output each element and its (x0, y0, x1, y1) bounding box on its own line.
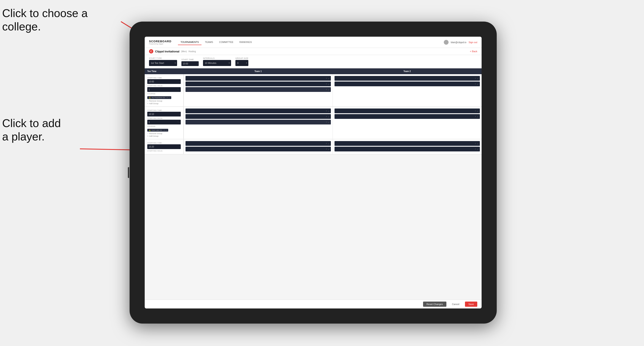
course-remove-1[interactable]: × (167, 97, 168, 99)
remove-group-1[interactable]: ○ Remove Group (147, 100, 181, 102)
starting-hole-input-2[interactable] (147, 120, 181, 125)
course-name-1: (A) Peachtree GC (152, 97, 166, 99)
team2-slot2-row3[interactable]: × ⌄ (334, 147, 480, 152)
start-time-wrapper (182, 61, 199, 66)
intervals-wrapper: 10 Minutes 8 Minutes 12 Minutes (203, 60, 231, 66)
slot-add-icon[interactable]: ⌄ (328, 77, 330, 79)
team1-col-1: × ⌄ × ⌄ × ⌄ (184, 74, 332, 106)
tee-left-2: STARTING TIME: STARTING HOLE: COURSE: ⛳ … (145, 107, 184, 139)
side-button[interactable] (128, 167, 129, 178)
r2-t1-add2[interactable]: ⌄ (328, 115, 330, 118)
team2-slot2-row2[interactable]: × ⌄ (334, 114, 480, 119)
back-button[interactable]: < Back (470, 50, 477, 53)
team1-col-3: × ⌄ × ⌄ (184, 139, 332, 154)
add-icon-2: + (147, 135, 148, 137)
starting-time-label-1: STARTING TIME: (147, 77, 181, 79)
slot-x-icon[interactable]: × (326, 77, 327, 79)
course-expand-1[interactable]: ⌄ (168, 97, 170, 99)
add-group-label-1: Add Group (149, 102, 158, 105)
tee-right-1: × ⌄ × ⌄ × ⌄ × (184, 74, 482, 106)
team1-slot1-row2[interactable]: × ⌄ (186, 109, 331, 113)
nav-links: TOURNAMENTS TEAMS COMMITTEE RANKINGS (178, 39, 444, 45)
team1-slot2-row1[interactable]: × ⌄ (186, 82, 331, 86)
add-group-2[interactable]: + Add Group (147, 135, 181, 137)
course-remove-2[interactable]: × (164, 129, 165, 131)
team2-slot-add-2[interactable]: ⌄ (477, 83, 478, 85)
team2-slot1-row1[interactable]: × ⌄ (334, 76, 480, 81)
team1-slot3-row1[interactable]: × ⌄ (186, 87, 331, 92)
start-time-input[interactable] (182, 61, 199, 66)
group-size-select[interactable]: 3 4 2 (236, 60, 248, 66)
r3-t1-add1[interactable]: ⌄ (328, 142, 330, 145)
team1-slot1-row3[interactable]: × ⌄ (186, 141, 331, 146)
course-label-2: COURSE: (147, 125, 181, 127)
team2-slot-add-1[interactable]: ⌄ (477, 77, 478, 79)
r3-t2-x2[interactable]: × (475, 148, 476, 150)
slot-x-icon-2[interactable]: × (326, 83, 327, 85)
col-team2: Team 2 (332, 68, 482, 74)
r2-t2-x2[interactable]: × (475, 115, 476, 118)
slot-x-icon-3[interactable]: × (326, 88, 327, 91)
r3-t1-x2[interactable]: × (326, 148, 327, 150)
user-email: blair@clippd.io (451, 41, 466, 44)
slot-add-icon-2[interactable]: ⌄ (328, 83, 330, 85)
add-group-1[interactable]: + Add Group (147, 102, 181, 105)
starting-hole-input-1[interactable] (147, 87, 181, 92)
r2-t2-x1[interactable]: × (475, 110, 476, 112)
group-size-wrapper: 3 4 2 (236, 60, 248, 66)
r3-t2-x1[interactable]: × (475, 142, 476, 145)
remove-group-2[interactable]: ○ Remove Group (147, 133, 181, 135)
r3-t2-add1[interactable]: ⌄ (477, 142, 478, 145)
sub-header: C Clippd Invitational (Men) Hosting < Ba… (145, 48, 482, 55)
starting-time-input-3[interactable] (147, 144, 181, 149)
course-expand-2[interactable]: ⌄ (166, 129, 167, 131)
group-size-group: Group Size 3 4 2 (236, 57, 248, 66)
tee-row-2: STARTING TIME: STARTING HOLE: COURSE: ⛳ … (145, 107, 482, 139)
r3-t1-x1[interactable]: × (326, 142, 327, 145)
nav-teams[interactable]: TEAMS (202, 39, 216, 45)
r2-t1-add1[interactable]: ⌄ (328, 110, 330, 112)
r2-t1-x1[interactable]: × (326, 110, 327, 112)
team2-slot2-row1[interactable]: × ⌄ (334, 82, 480, 86)
footer: Reset Changes Cancel Save (145, 300, 482, 309)
start-type-group: Start Type 1st Tee Start Shotgun Start (149, 57, 177, 66)
r2-t1-add3[interactable]: ⌄ (328, 121, 330, 123)
nav-rankings[interactable]: RANKINGS (237, 39, 254, 45)
team1-slot2-row3[interactable]: × ⌄ (186, 147, 331, 152)
starting-time-input-2[interactable] (147, 112, 181, 117)
team2-slot-x-2[interactable]: × (475, 83, 476, 85)
team2-slot1-row3[interactable]: × ⌄ (334, 141, 480, 146)
r3-t2-add2[interactable]: ⌄ (477, 148, 478, 150)
r2-t1-x2[interactable]: × (326, 115, 327, 118)
sign-out-link[interactable]: Sign out (469, 41, 477, 44)
nav-right: blair@clippd.io Sign out (444, 40, 477, 45)
team2-col-3: × ⌄ × ⌄ (332, 139, 482, 154)
r2-t2-add2[interactable]: ⌄ (477, 115, 478, 118)
r3-t1-add2[interactable]: ⌄ (328, 148, 330, 150)
tee-row-3: STARTING TIME: STARTING HOLE: × ⌄ × (145, 139, 482, 155)
r2-t1-x3[interactable]: × (326, 121, 327, 123)
nav-committee[interactable]: COMMITTEE (216, 39, 236, 45)
nav-tournaments[interactable]: TOURNAMENTS (178, 39, 202, 45)
r2-t2-add1[interactable]: ⌄ (477, 110, 478, 112)
team2-slot-x-1[interactable]: × (475, 77, 476, 79)
intervals-select[interactable]: 10 Minutes 8 Minutes 12 Minutes (203, 60, 231, 66)
cancel-button[interactable]: Cancel (448, 302, 463, 307)
slot-add-icon-3[interactable]: ⌄ (328, 88, 330, 91)
brand: SCOREBOARD Powered by clippd (149, 40, 172, 45)
starting-time-input-1[interactable] (147, 79, 181, 84)
starting-hole-wrapper-1 (147, 87, 181, 92)
start-time-label: Start Time (182, 58, 199, 61)
team2-slot1-row2[interactable]: × ⌄ (334, 109, 480, 113)
course-tag-1[interactable]: ⛳ (A) Peachtree GC × ⌄ (147, 96, 171, 99)
course-tag-2[interactable]: ⛳ East Lake GC × ⌄ (147, 129, 168, 132)
save-button[interactable]: Save (465, 302, 477, 307)
team1-slot1-row1[interactable]: × ⌄ (186, 76, 331, 81)
tee-left-1: STARTING TIME: STARTING HOLE: COURSE: ⛳ … (145, 74, 184, 106)
start-type-select[interactable]: 1st Tee Start Shotgun Start (149, 60, 177, 66)
team1-slot2-row2[interactable]: × ⌄ (186, 114, 331, 119)
brand-title: SCOREBOARD (149, 40, 172, 43)
team1-slot3-row2[interactable]: × ⌄ (186, 120, 331, 125)
add-icon-1: + (147, 102, 148, 105)
reset-button[interactable]: Reset Changes (423, 302, 446, 307)
